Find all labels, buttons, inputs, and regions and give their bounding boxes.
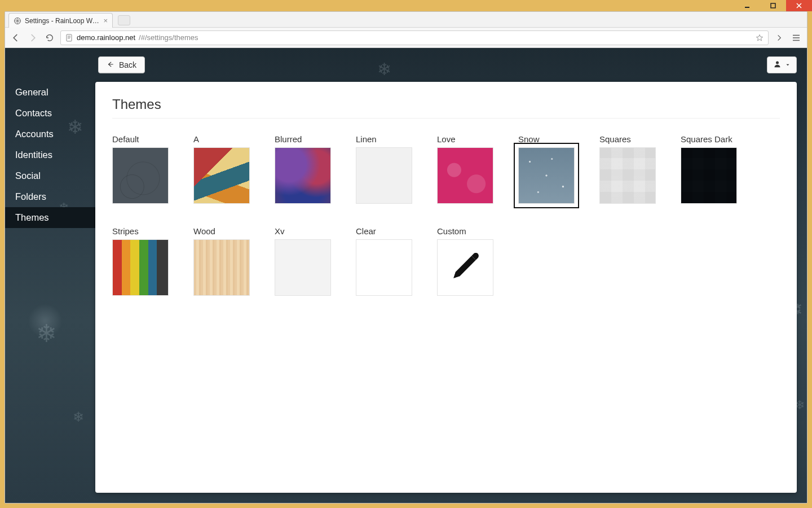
themes-grid: DefaultABlurredLinenLoveSnowSquaresSquar… xyxy=(112,134,780,296)
sidebar-item-contacts[interactable]: Contacts xyxy=(5,103,95,124)
svg-rect-1 xyxy=(771,3,775,8)
settings-sidebar: GeneralContactsAccountsIdentitiesSocialF… xyxy=(5,82,95,228)
settings-panel: Themes DefaultABlurredLinenLoveSnowSquar… xyxy=(95,82,797,493)
sidebar-item-general[interactable]: General xyxy=(5,82,95,103)
chevron-right-icon[interactable] xyxy=(773,32,785,44)
app-top-bar: Back xyxy=(5,55,807,75)
browser-tab-title: Settings - RainLoop Webm xyxy=(25,17,100,25)
sidebar-item-label: Social xyxy=(15,170,41,181)
theme-thumbnail xyxy=(275,147,331,204)
sidebar-item-identities[interactable]: Identities xyxy=(5,144,95,165)
nav-back-icon[interactable] xyxy=(10,32,22,44)
url-path: /#/settings/themes xyxy=(139,33,198,42)
caret-down-icon xyxy=(785,61,791,69)
theme-thumbnail xyxy=(193,239,250,296)
browser-tab[interactable]: Settings - RainLoop Webm × xyxy=(8,13,113,28)
theme-card-squares[interactable]: Squares xyxy=(599,134,656,204)
theme-thumbnail xyxy=(193,147,250,204)
theme-label: Love xyxy=(437,134,493,144)
bookmark-star-icon[interactable] xyxy=(756,34,764,42)
theme-card-a[interactable]: A xyxy=(193,134,250,204)
new-tab-button[interactable] xyxy=(118,15,130,25)
sidebar-item-label: Identities xyxy=(15,150,52,160)
nav-reload-icon[interactable] xyxy=(43,32,56,44)
snowflake-icon xyxy=(36,319,57,348)
browser-menu-icon[interactable] xyxy=(790,32,802,44)
theme-thumbnail xyxy=(356,147,412,204)
theme-label: Snow xyxy=(518,134,575,144)
theme-thumbnail xyxy=(112,147,169,204)
theme-card-default[interactable]: Default xyxy=(112,134,169,204)
theme-label: Linen xyxy=(356,134,412,144)
sidebar-item-social[interactable]: Social xyxy=(5,165,95,186)
theme-card-custom[interactable]: Custom xyxy=(437,226,493,296)
theme-card-squares-dark[interactable]: Squares Dark xyxy=(681,134,737,204)
theme-card-wood[interactable]: Wood xyxy=(193,226,250,296)
sidebar-item-themes[interactable]: Themes xyxy=(5,207,95,228)
panel-heading: Themes xyxy=(112,97,780,112)
url-host: demo.rainloop.net xyxy=(77,33,135,42)
theme-thumbnail xyxy=(599,147,656,204)
browser-nav-bar: demo.rainloop.net/#/settings/themes xyxy=(5,28,807,48)
theme-card-blurred[interactable]: Blurred xyxy=(275,134,331,204)
theme-card-clear[interactable]: Clear xyxy=(356,226,412,296)
arrow-left-icon xyxy=(107,60,114,70)
panel-divider xyxy=(112,118,780,119)
back-button-label: Back xyxy=(119,60,136,69)
theme-label: Clear xyxy=(356,226,412,236)
tab-favicon-icon xyxy=(14,17,21,25)
theme-label: Squares Dark xyxy=(681,134,737,144)
theme-thumbnail xyxy=(112,239,169,296)
theme-thumbnail xyxy=(275,239,331,296)
window-close-button[interactable] xyxy=(786,0,812,11)
sidebar-item-label: Themes xyxy=(15,212,49,222)
window-title-bar xyxy=(0,0,812,11)
theme-label: Stripes xyxy=(112,226,169,236)
window-frame: Settings - RainLoop Webm × demo.rainloop… xyxy=(0,0,812,508)
theme-thumbnail xyxy=(518,147,575,204)
theme-card-love[interactable]: Love xyxy=(437,134,493,204)
theme-thumbnail xyxy=(356,239,412,296)
browser-tab-strip: Settings - RainLoop Webm × xyxy=(5,12,807,28)
theme-card-xv[interactable]: Xv xyxy=(275,226,331,296)
theme-card-linen[interactable]: Linen xyxy=(356,134,412,204)
theme-label: Xv xyxy=(275,226,331,236)
theme-thumbnail xyxy=(681,147,737,204)
sidebar-item-label: Accounts xyxy=(15,129,54,139)
address-bar[interactable]: demo.rainloop.net/#/settings/themes xyxy=(60,30,769,45)
theme-card-stripes[interactable]: Stripes xyxy=(112,226,169,296)
theme-thumbnail xyxy=(437,147,493,204)
back-button[interactable]: Back xyxy=(98,56,145,73)
theme-card-snow[interactable]: Snow xyxy=(518,134,575,204)
svg-point-4 xyxy=(776,62,779,64)
pencil-icon xyxy=(448,249,482,286)
theme-label: Squares xyxy=(599,134,656,144)
sidebar-item-folders[interactable]: Folders xyxy=(5,186,95,207)
sidebar-item-label: General xyxy=(15,87,48,97)
browser-window: Settings - RainLoop Webm × demo.rainloop… xyxy=(5,11,807,503)
sidebar-item-accounts[interactable]: Accounts xyxy=(5,124,95,144)
theme-label: Default xyxy=(112,134,169,144)
sidebar-item-label: Contacts xyxy=(15,108,52,118)
svg-rect-3 xyxy=(67,34,72,41)
window-minimize-button[interactable] xyxy=(734,0,760,11)
svg-rect-0 xyxy=(745,7,749,8)
theme-label: Wood xyxy=(193,226,250,236)
theme-label: Custom xyxy=(437,226,493,236)
nav-forward-icon[interactable] xyxy=(27,32,39,44)
page-icon xyxy=(65,34,73,42)
theme-thumbnail xyxy=(437,239,493,296)
theme-label: A xyxy=(193,134,250,144)
tab-close-icon[interactable]: × xyxy=(103,16,108,25)
user-menu-button[interactable] xyxy=(767,56,797,73)
snowflake-icon xyxy=(73,409,84,425)
user-icon xyxy=(773,60,782,70)
window-maximize-button[interactable] xyxy=(760,0,786,11)
theme-label: Blurred xyxy=(275,134,331,144)
sidebar-item-label: Folders xyxy=(15,191,46,202)
app-viewport: Back GeneralContactsAccountsIdentitiesSo… xyxy=(5,48,807,503)
